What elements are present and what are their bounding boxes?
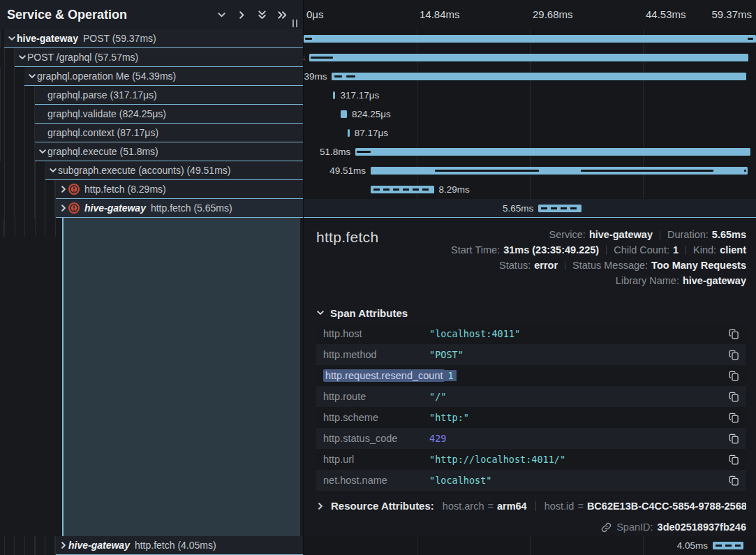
meta-label: Start Time: bbox=[451, 244, 500, 256]
copy-icon[interactable] bbox=[729, 454, 739, 466]
span-duration-bar[interactable] bbox=[371, 186, 433, 193]
link-icon[interactable] bbox=[601, 522, 612, 533]
tree-indent-guides bbox=[0, 536, 56, 555]
span-duration-label: 5.65ms bbox=[503, 199, 533, 218]
attribute-key[interactable]: http.host bbox=[323, 328, 429, 339]
span-tree-row[interactable]: http.fetch (8.29ms) bbox=[0, 180, 303, 199]
span-tree-row[interactable]: hive-gateway POST (59.37ms) bbox=[0, 29, 303, 48]
span-tree-row[interactable]: subgraph.execute (accounts) (49.51ms) bbox=[0, 161, 303, 180]
span-tree-row[interactable]: graphql.operation Me (54.39ms) bbox=[0, 67, 303, 86]
meta-divider bbox=[660, 230, 660, 239]
span-duration-bar[interactable] bbox=[309, 54, 748, 61]
copy-icon[interactable] bbox=[729, 433, 739, 445]
chevron-right-icon[interactable] bbox=[316, 502, 325, 510]
attribute-key[interactable]: http.url bbox=[323, 454, 429, 465]
timeline-row[interactable]: 54.39ms bbox=[304, 67, 756, 86]
span-duration-bar[interactable] bbox=[713, 542, 743, 549]
tree-indent-guides bbox=[0, 218, 62, 237]
span-attributes-header[interactable]: Span Attributes bbox=[316, 307, 408, 319]
attribute-value[interactable]: "localhost" bbox=[429, 475, 729, 486]
copy-icon[interactable] bbox=[729, 412, 739, 424]
attribute-key[interactable]: net.host.name bbox=[323, 475, 429, 486]
copy-icon[interactable] bbox=[729, 391, 739, 403]
timeline-tick: 44.53ms bbox=[646, 0, 686, 29]
meta-label: Status Message: bbox=[572, 260, 648, 271]
resource-value: arm64 bbox=[497, 501, 527, 512]
tree-expand-chevron-icon[interactable] bbox=[38, 147, 47, 156]
copy-icon[interactable] bbox=[729, 349, 739, 361]
double-chevron-right-icon[interactable] bbox=[276, 9, 288, 20]
timeline-row[interactable]: 8.29ms bbox=[304, 180, 756, 199]
span-tree-row[interactable]: hive-gateway http.fetch (4.05ms) bbox=[0, 536, 303, 555]
span-duration-label: 54.39ms bbox=[304, 67, 327, 86]
attribute-key[interactable]: http.route bbox=[323, 391, 429, 402]
span-tree-row[interactable]: graphql.execute (51.8ms) bbox=[0, 142, 303, 161]
span-duration-bar[interactable] bbox=[538, 205, 581, 212]
panel-divider[interactable] bbox=[303, 0, 304, 555]
attribute-row: net.host.name "localhost" bbox=[316, 470, 746, 491]
span-duration-label: 87.17μs bbox=[355, 124, 388, 142]
timeline-tick: 0μs bbox=[306, 0, 324, 29]
error-icon bbox=[68, 184, 80, 195]
attribute-value[interactable]: "localhost:4011" bbox=[429, 328, 729, 339]
timeline-ruler: 0μs14.84ms29.68ms44.53ms59.37ms bbox=[304, 0, 756, 29]
tree-expand-chevron-icon[interactable] bbox=[17, 53, 27, 61]
timeline-row[interactable]: 4.05ms bbox=[304, 536, 756, 555]
attribute-key[interactable]: http.scheme bbox=[323, 412, 429, 423]
attribute-value[interactable]: 1 bbox=[445, 370, 729, 381]
timeline-row[interactable]: 5.65ms bbox=[304, 199, 756, 218]
timeline-row[interactable]: 87.17μs bbox=[304, 124, 756, 142]
double-chevron-down-icon[interactable] bbox=[256, 9, 267, 20]
timeline-row[interactable]: 59.37ms bbox=[304, 29, 756, 48]
attribute-value[interactable]: "http:" bbox=[429, 412, 729, 423]
copy-icon[interactable] bbox=[729, 328, 739, 340]
timeline-row[interactable]: 51.8ms bbox=[304, 142, 756, 161]
chevron-down-icon[interactable] bbox=[216, 9, 227, 20]
span-tree-row[interactable]: graphql.parse (317.17μs) bbox=[0, 86, 303, 105]
resource-attributes-title[interactable]: Resource Attributes: bbox=[331, 500, 434, 512]
attribute-value[interactable]: "POST" bbox=[429, 349, 729, 360]
tree-expand-chevron-icon[interactable] bbox=[59, 185, 68, 193]
span-duration-bar[interactable] bbox=[332, 73, 746, 80]
tree-expand-chevron-icon[interactable] bbox=[59, 541, 68, 549]
span-tree-row[interactable]: POST /graphql (57.57ms) bbox=[0, 48, 303, 67]
attribute-key[interactable]: http.method bbox=[323, 349, 429, 360]
attribute-key[interactable]: http.status_code bbox=[323, 433, 429, 444]
span-duration-bar[interactable] bbox=[371, 167, 748, 175]
tree-indent-guides bbox=[0, 48, 15, 67]
resource-attributes-row: Resource Attributes: host.arch=arm64host… bbox=[316, 500, 746, 512]
tree-toolbar bbox=[216, 9, 288, 20]
attribute-value[interactable]: 429 bbox=[429, 433, 729, 444]
span-duration-bar[interactable] bbox=[348, 129, 350, 137]
bar-inner-mark bbox=[357, 151, 371, 153]
span-duration-bar[interactable] bbox=[341, 110, 347, 118]
meta-divider bbox=[565, 261, 565, 270]
tree-expand-chevron-icon[interactable] bbox=[7, 34, 17, 43]
tree-expand-chevron-icon[interactable] bbox=[27, 72, 37, 80]
span-duration-bar[interactable] bbox=[333, 91, 335, 99]
span-tree: hive-gateway POST (59.37ms) POST /graphq… bbox=[0, 29, 303, 218]
span-duration-label: 57.57ms bbox=[304, 48, 304, 67]
span-tree-row[interactable]: graphql.validate (824.25μs) bbox=[0, 105, 303, 124]
panel-resize-handle-icon[interactable] bbox=[292, 20, 297, 27]
timeline-row[interactable]: 57.57ms bbox=[304, 48, 756, 67]
chevron-right-icon[interactable] bbox=[236, 9, 247, 20]
attribute-value[interactable]: "/" bbox=[429, 391, 729, 402]
operation-label: graphql.context (87.17μs) bbox=[47, 127, 158, 138]
meta-value: Too Many Requests bbox=[651, 260, 746, 271]
timeline-row[interactable]: 317.17μs bbox=[304, 86, 756, 105]
bar-inner-mark bbox=[581, 170, 713, 172]
span-duration-bar[interactable] bbox=[304, 35, 756, 43]
span-tree-row[interactable]: hive-gateway http.fetch (5.65ms) bbox=[0, 199, 303, 218]
copy-icon[interactable] bbox=[729, 475, 739, 487]
attribute-key[interactable]: http.request.resend_count bbox=[323, 370, 445, 381]
attribute-row: http.url "http://localhost:4011/" bbox=[316, 449, 746, 470]
attribute-value[interactable]: "http://localhost:4011/" bbox=[429, 454, 729, 465]
tree-expand-chevron-icon[interactable] bbox=[48, 166, 58, 175]
tree-expand-chevron-icon[interactable] bbox=[59, 204, 68, 212]
span-tree-row[interactable]: graphql.context (87.17μs) bbox=[0, 124, 303, 142]
copy-icon[interactable] bbox=[729, 370, 739, 382]
timeline-row[interactable]: 49.51ms bbox=[304, 161, 756, 180]
timeline-row[interactable]: 824.25μs bbox=[304, 105, 756, 124]
span-duration-bar[interactable] bbox=[355, 148, 750, 156]
